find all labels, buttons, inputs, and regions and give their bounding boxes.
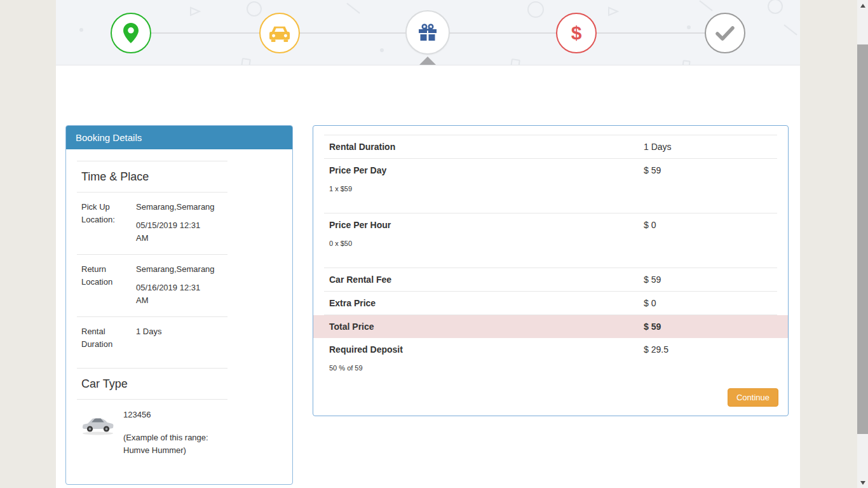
row-value: $ 59 [644, 274, 661, 285]
pickup-date: 05/15/2019 12:31 [136, 220, 200, 230]
active-step-caret [419, 57, 436, 65]
step-pickup-location[interactable] [111, 13, 151, 53]
pricing-row-rental-duration: Rental Duration 1 Days [313, 135, 788, 158]
dollar-icon: $ [571, 24, 582, 43]
rental-duration-row: Rental Duration 1 Days [77, 317, 292, 368]
row-subtext: 0 x $50 [329, 240, 772, 261]
pickup-ampm: AM [136, 232, 225, 245]
row-label: Extra Price [329, 298, 376, 308]
deco-square [241, 58, 251, 65]
row-label: Price Per Hour [329, 220, 391, 230]
row-label: Price Per Day [329, 165, 386, 175]
deco-circle [768, 0, 783, 14]
deco-triangle [189, 6, 201, 17]
pricing-summary-panel: Rental Duration 1 Days Price Per Day $ 5… [313, 125, 789, 416]
car-type-row: 123456 (Example of this range: Humve Hum… [77, 400, 292, 457]
row-label: Car Rental Fee [329, 274, 391, 285]
pickup-datetime: 05/15/2019 12:31AM [136, 219, 225, 245]
car-type-heading: Car Type [77, 377, 292, 391]
deco-square [510, 58, 520, 65]
deco-dot [79, 28, 83, 32]
pricing-row-extra-price: Extra Price $ 0 [313, 292, 788, 315]
return-location-city: Semarang,Semarang [136, 263, 225, 276]
deco-line [699, 0, 713, 11]
row-subtext: 1 x $59 [329, 185, 772, 207]
step-choose-car[interactable] [259, 13, 300, 53]
scrollbar-down-button[interactable] [857, 477, 868, 488]
pricing-row-total-price: Total Price $ 59 [313, 315, 788, 338]
page-content: $ Booking Details Time & Place Pick Up L… [56, 0, 800, 488]
return-date: 05/16/2019 12:31 [136, 283, 200, 292]
deco-circle [247, 1, 262, 17]
deco-line [346, 3, 360, 14]
row-value: $ 59 [644, 322, 661, 332]
row-label: Rental Duration [329, 142, 395, 152]
booking-details-body: Time & Place Pick Up Location: Semarang,… [66, 149, 292, 457]
scrollbar-up-button[interactable] [857, 0, 868, 11]
gift-icon [417, 23, 438, 42]
pickup-location-city: Semarang,Semarang [136, 201, 225, 214]
return-ampm: AM [136, 294, 225, 307]
car-range-note: (Example of this range: Humve Hummer) [123, 431, 219, 457]
booking-stepper: $ [56, 0, 800, 65]
row-value: $ 0 [644, 298, 656, 308]
rental-duration-label: Rental Duration [81, 325, 136, 351]
rental-duration-value: 1 Days [136, 325, 225, 351]
row-subtext: 50 % of 59 [329, 364, 772, 386]
continue-button[interactable]: Continue [728, 388, 778, 407]
scroll-up-arrow-icon [860, 4, 865, 8]
car-name: 123456 [123, 409, 219, 421]
map-marker-icon [123, 22, 139, 44]
check-icon [715, 25, 735, 41]
step-extras-current[interactable] [405, 10, 450, 55]
row-label: Total Price [329, 322, 374, 332]
pickup-location-value: Semarang,Semarang 05/15/2019 12:31AM [136, 201, 225, 245]
pickup-location-label: Pick Up Location: [81, 201, 136, 245]
car-icon [266, 23, 293, 43]
booking-details-panel: Booking Details Time & Place Pick Up Loc… [65, 125, 293, 485]
row-value: 1 Days [644, 142, 672, 152]
return-location-row: Return Location Semarang,Semarang 05/16/… [77, 255, 292, 316]
step-confirmation[interactable] [705, 13, 745, 53]
pricing-row-price-per-hour: Price Per Hour $ 0 0 x $50 [313, 214, 788, 268]
step-payment[interactable]: $ [556, 13, 597, 53]
time-place-heading: Time & Place [77, 170, 292, 184]
car-range-note-line2: Humve Hummer) [123, 444, 219, 457]
vertical-scrollbar[interactable] [857, 0, 868, 488]
row-value: $ 0 [644, 220, 656, 230]
return-location-label: Return Location [81, 263, 136, 307]
deco-line [783, 24, 797, 36]
deco-square [682, 60, 691, 65]
deco-circle [527, 1, 544, 18]
deco-dot [380, 48, 384, 52]
return-datetime: 05/16/2019 12:31AM [136, 281, 225, 307]
car-thumbnail-image [81, 410, 114, 437]
row-label: Required Deposit [329, 344, 403, 355]
deco-dot [687, 25, 691, 29]
car-range-note-line1: (Example of this range: [123, 431, 219, 444]
booking-details-header: Booking Details [66, 126, 292, 149]
deco-triangle [607, 6, 619, 17]
car-info: 123456 (Example of this range: Humve Hum… [123, 409, 219, 457]
scrollbar-thumb[interactable] [857, 44, 868, 434]
pickup-location-row: Pick Up Location: Semarang,Semarang 05/1… [77, 193, 292, 254]
row-value: $ 29.5 [644, 344, 668, 355]
row-value: $ 59 [644, 165, 661, 175]
pricing-row-required-deposit: Required Deposit $ 29.5 50 % of 59 [313, 338, 788, 392]
return-location-value: Semarang,Semarang 05/16/2019 12:31AM [136, 263, 225, 307]
pricing-row-price-per-day: Price Per Day $ 59 1 x $59 [313, 159, 788, 213]
pricing-row-car-rental-fee: Car Rental Fee $ 59 [313, 268, 788, 291]
scroll-down-arrow-icon [860, 481, 865, 485]
